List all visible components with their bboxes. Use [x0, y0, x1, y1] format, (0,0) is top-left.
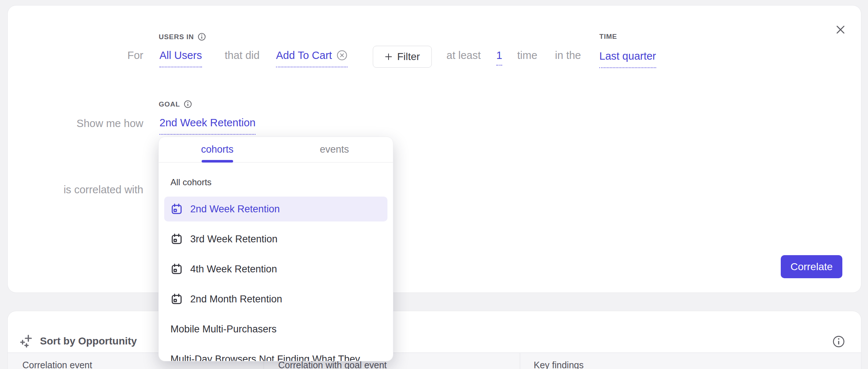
cohort-selector-value: All Users — [159, 48, 202, 62]
sentence-for: For — [33, 48, 143, 62]
sentence-in-the: in the — [555, 48, 581, 62]
results-table-header: Correlation event Correlation with goal … — [8, 353, 861, 369]
time-range-value: Last quarter — [599, 49, 656, 63]
active-tab-indicator — [202, 160, 233, 163]
column-header-correlation-event: Correlation event — [22, 360, 92, 369]
time-label: TIME — [599, 33, 617, 41]
list-item-label: Mobile Multi-Purchasers — [170, 324, 277, 335]
info-icon[interactable] — [184, 100, 192, 108]
cohort-list: 2nd Week Retention 3rd Week Retention — [159, 197, 393, 361]
sentence-at-least: at least — [446, 48, 481, 62]
list-item-4th-week-retention[interactable]: 4th Week Retention — [164, 257, 387, 282]
plus-icon — [385, 53, 393, 61]
goal-selector[interactable]: 2nd Week Retention — [159, 116, 255, 135]
correlation-explorer: USERS IN For All Users that did Add To C… — [0, 0, 868, 369]
list-item-label: 2nd Week Retention — [190, 204, 280, 215]
correlate-button[interactable]: Correlate — [781, 255, 842, 278]
event-selector[interactable]: Add To Cart — [276, 48, 347, 67]
list-item-label: 2nd Month Retention — [190, 294, 282, 305]
goal-label: GOAL — [159, 100, 192, 108]
users-in-label-text: USERS IN — [159, 33, 194, 41]
sparkle-pluses-icon — [19, 334, 34, 348]
list-item-label: Multi-Day Browsers Not Finding What They — [170, 354, 360, 362]
remove-event-icon[interactable] — [336, 50, 347, 61]
event-selector-value: Add To Cart — [276, 48, 332, 62]
list-item-2nd-month-retention[interactable]: 2nd Month Retention — [164, 287, 387, 312]
users-in-label: USERS IN — [159, 33, 206, 41]
add-filter-button[interactable]: Filter — [373, 46, 432, 68]
list-item-label: 4th Week Retention — [190, 264, 277, 275]
time-range-selector[interactable]: Last quarter — [599, 49, 656, 68]
sort-by-opportunity-label: Sort by Opportunity — [40, 335, 137, 347]
info-icon[interactable] — [198, 33, 206, 41]
tab-cohorts[interactable]: cohorts — [159, 137, 276, 162]
cohort-selector[interactable]: All Users — [159, 48, 202, 67]
cohort-section-label: All cohorts — [170, 177, 212, 187]
dropdown-tabs: cohorts events — [159, 137, 393, 163]
close-icon[interactable] — [833, 22, 848, 37]
list-item-label: 3rd Week Retention — [190, 234, 277, 245]
add-filter-label: Filter — [397, 51, 420, 63]
calendar-icon — [170, 293, 183, 305]
list-item-3rd-week-retention[interactable]: 3rd Week Retention — [164, 227, 387, 251]
calendar-icon — [170, 263, 183, 275]
list-item-2nd-week-retention[interactable]: 2nd Week Retention — [164, 197, 387, 221]
goal-selector-value: 2nd Week Retention — [159, 116, 255, 130]
count-stepper[interactable]: 1 — [496, 49, 502, 66]
column-divider — [520, 353, 520, 369]
list-item-mobile-multi-purchasers[interactable]: Mobile Multi-Purchasers — [164, 317, 387, 342]
column-header-key-findings: Key findings — [534, 360, 584, 369]
sentence-that-did: that did — [225, 48, 260, 62]
results-panel: Sort by Opportunity Correlation event Co… — [7, 311, 861, 369]
cohort-picker-dropdown: cohorts events All cohorts 2nd Week Rete… — [158, 137, 393, 361]
sentence-show-me-how: Show me how — [33, 116, 143, 130]
info-icon[interactable] — [832, 335, 845, 348]
sort-by-opportunity-button[interactable]: Sort by Opportunity — [19, 334, 137, 348]
list-item-multi-day-browsers[interactable]: Multi-Day Browsers Not Finding What They — [164, 347, 387, 361]
sentence-time: time — [517, 48, 537, 62]
calendar-icon — [170, 203, 183, 215]
goal-label-text: GOAL — [159, 100, 180, 108]
sentence-is-correlated-with: is correlated with — [33, 183, 143, 197]
query-builder-card: USERS IN For All Users that did Add To C… — [7, 5, 861, 293]
tab-events[interactable]: events — [276, 137, 393, 162]
calendar-icon — [170, 233, 183, 245]
